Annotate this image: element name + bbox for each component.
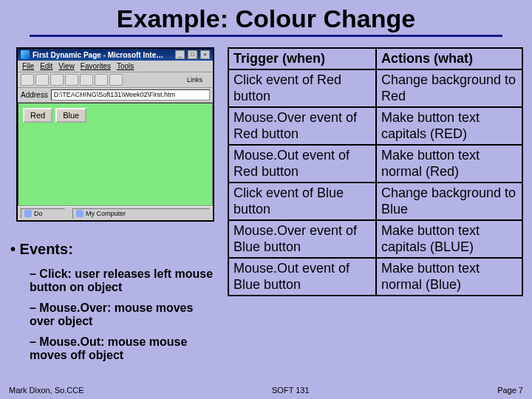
cell-trigger: Mouse.Out event of Blue button <box>228 258 376 296</box>
close-button[interactable]: × <box>200 50 210 59</box>
minimize-button[interactable]: _ <box>175 50 185 59</box>
toolbar: Links <box>18 72 213 88</box>
cell-trigger: Mouse.Over event of Red button <box>228 107 376 145</box>
stop-icon[interactable] <box>50 74 64 86</box>
slide-title: Example: Colour Change <box>0 0 532 35</box>
menu-favorites[interactable]: Favorites <box>81 62 111 70</box>
slide-footer: Mark Dixon, So.CCE SOFT 131 Page 7 <box>0 386 532 395</box>
table-row: Click event of Blue buttonChange backgro… <box>228 183 522 220</box>
status-bar: Do My Computer <box>18 206 213 220</box>
title-rule <box>30 35 502 37</box>
address-field[interactable]: D:\TEACHING\Soft131\Week02\First.htm <box>51 89 210 100</box>
menu-bar: File Edit View Favorites Tools <box>18 61 213 72</box>
refresh-icon[interactable] <box>65 74 78 86</box>
browser-window: First Dynamic Page - Microsoft Inte… _ □… <box>16 47 214 222</box>
address-bar: Address D:\TEACHING\Soft131\Week02\First… <box>18 88 213 103</box>
status-right: My Computer <box>72 208 210 219</box>
red-button[interactable]: Red <box>23 108 52 123</box>
forward-icon[interactable] <box>35 74 49 86</box>
window-titlebar: First Dynamic Page - Microsoft Inte… _ □… <box>18 49 213 61</box>
list-item: – Mouse.Out: mouse mouse moves off objec… <box>30 335 220 362</box>
cell-action: Make button text capitals (BLUE) <box>376 220 522 258</box>
computer-icon <box>76 210 83 217</box>
status-right-text: My Computer <box>86 210 126 217</box>
footer-left: Mark Dixon, So.CCE <box>9 386 83 395</box>
links-label[interactable]: Links <box>187 76 210 83</box>
ie-icon <box>21 50 30 59</box>
events-heading: • Events: <box>10 241 73 258</box>
address-label: Address <box>21 91 48 99</box>
cell-trigger: Mouse.Out event of Red button <box>228 145 376 183</box>
blue-button[interactable]: Blue <box>55 108 86 123</box>
status-left-text: Do <box>34 210 43 217</box>
back-icon[interactable] <box>21 74 34 86</box>
list-item: – Click: user releases left mouse button… <box>30 267 220 294</box>
col-trigger: Trigger (when) <box>228 48 376 69</box>
menu-tools[interactable]: Tools <box>117 62 134 70</box>
cell-trigger: Click event of Blue button <box>228 183 376 220</box>
menu-view[interactable]: View <box>58 62 75 70</box>
cell-action: Change background to Blue <box>376 183 522 220</box>
page-viewport: Red Blue <box>18 103 213 206</box>
list-item: – Mouse.Over: mouse moves over object <box>30 301 220 328</box>
trigger-action-table: Trigger (when) Actions (what) Click even… <box>228 47 523 296</box>
table-header-row: Trigger (when) Actions (what) <box>228 48 522 69</box>
status-left: Do <box>21 208 65 219</box>
menu-file[interactable]: File <box>22 62 34 70</box>
table-row: Mouse.Over event of Blue buttonMake butt… <box>228 220 522 258</box>
cell-action: Change background to Red <box>376 69 522 107</box>
events-list: – Click: user releases left mouse button… <box>30 267 220 369</box>
cell-action: Make button text capitals (RED) <box>376 107 522 145</box>
table-row: Mouse.Out event of Red buttonMake button… <box>228 145 522 183</box>
menu-edit[interactable]: Edit <box>40 62 52 70</box>
home-icon[interactable] <box>80 74 93 86</box>
footer-right: Page 7 <box>497 386 523 395</box>
col-actions: Actions (what) <box>376 48 522 69</box>
footer-center: SOFT 131 <box>83 386 497 395</box>
cell-action: Make button text normal (Red) <box>376 145 522 183</box>
table-row: Mouse.Out event of Blue buttonMake butto… <box>228 258 522 296</box>
window-title-text: First Dynamic Page - Microsoft Inte… <box>33 51 172 59</box>
search-icon[interactable] <box>95 74 108 86</box>
cell-trigger: Mouse.Over event of Blue button <box>228 220 376 258</box>
maximize-button[interactable]: □ <box>188 50 197 59</box>
favorites-icon[interactable] <box>109 74 123 86</box>
cell-trigger: Click event of Red button <box>228 69 376 107</box>
table-row: Click event of Red buttonChange backgrou… <box>228 69 522 107</box>
table-row: Mouse.Over event of Red buttonMake butto… <box>228 107 522 145</box>
cell-action: Make button text normal (Blue) <box>376 258 522 296</box>
document-icon <box>24 210 32 217</box>
